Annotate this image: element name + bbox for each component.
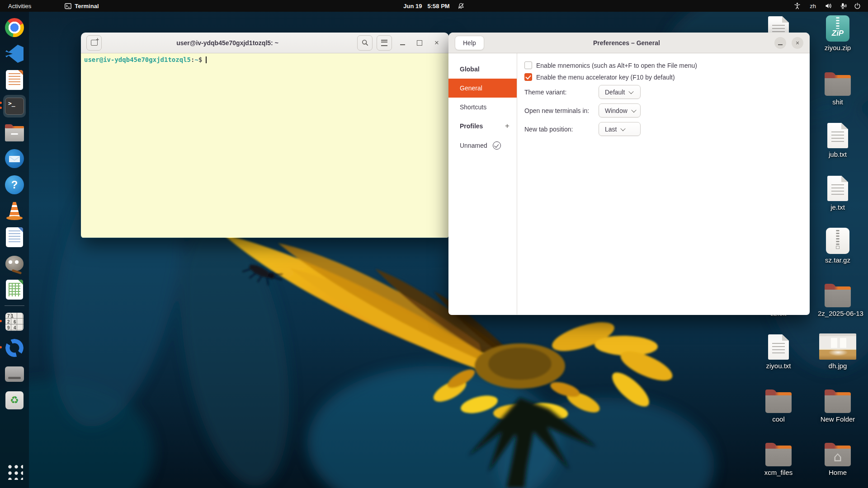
- desktop-icon-art: ⌂: [818, 438, 858, 466]
- dropdown-default[interactable]: Default: [599, 85, 641, 99]
- sidebar-item-profiles[interactable]: Profiles+: [448, 117, 517, 136]
- dropdown-last[interactable]: Last: [599, 122, 641, 136]
- sidebar-item-general[interactable]: General: [448, 79, 517, 98]
- checkbox-unchecked[interactable]: [524, 61, 532, 69]
- dock-item-libreoffice-writer[interactable]: [3, 226, 26, 249]
- desktop-icon-label: New Folder: [818, 415, 858, 423]
- dock-item-trash[interactable]: ♻: [3, 389, 26, 412]
- running-dot: [0, 102, 2, 104]
- desktop-icon-label: ziyou.txt: [759, 362, 798, 370]
- terminal-content[interactable]: user@iv-ydqb45e70gxjd1tozql5:~$: [81, 53, 449, 238]
- checkbox-checked[interactable]: [524, 73, 532, 81]
- dock-item-terminal[interactable]: >_: [3, 95, 26, 117]
- desktop-icon-sz.tar.gz[interactable]: sz.tar.gz: [818, 226, 858, 264]
- desktop-icon-label: xcm_files: [759, 469, 798, 476]
- maximize-icon: [417, 40, 422, 46]
- dock-item-libreoffice-impress[interactable]: [3, 69, 26, 91]
- add-profile-button[interactable]: +: [505, 122, 509, 131]
- dock-item-boxes[interactable]: [3, 363, 26, 385]
- preferences-close-button[interactable]: ×: [792, 37, 803, 49]
- focused-app-label: Terminal: [75, 3, 99, 9]
- desktop-icon-xcm_files[interactable]: xcm_files: [759, 438, 798, 476]
- dock-item-chrome[interactable]: [3, 16, 26, 39]
- search-button[interactable]: [357, 35, 373, 51]
- system-status-area[interactable]: zh: [794, 0, 868, 12]
- desktop-icon-shit[interactable]: shit: [818, 68, 858, 106]
- desktop-icon-cool[interactable]: cool: [759, 385, 798, 423]
- prompt-dollar: $: [198, 56, 202, 63]
- menu-button[interactable]: [377, 35, 392, 51]
- desktop-icon-art: [818, 120, 858, 148]
- preferences-minimize-button[interactable]: [774, 37, 786, 49]
- image-thumbnail-icon: [819, 333, 856, 360]
- desktop-icon-art: [818, 279, 858, 307]
- desktop-icon-label: je.txt: [818, 203, 858, 211]
- sidebar-item-label: Unnamed: [460, 142, 487, 149]
- zip-file-icon: ZiP: [826, 15, 849, 42]
- desktop-icon-label: 2z_2025-06-13: [818, 310, 858, 317]
- desktop-icon-New Folder[interactable]: New Folder: [818, 385, 858, 423]
- preferences-header-bar[interactable]: Help Preferences – General ×: [448, 33, 810, 53]
- thunderbird-icon: [5, 149, 24, 168]
- dock-item-libreoffice-calc[interactable]: [3, 278, 26, 301]
- sidebar-item-unnamed[interactable]: Unnamed: [448, 136, 517, 155]
- dock-item-app-grid[interactable]: [3, 460, 26, 483]
- new-tab-button[interactable]: +: [86, 35, 102, 51]
- dock-item-sudoku[interactable]: 7 1 2 6 9 4: [3, 310, 26, 333]
- desktop-icon-ziyou.txt[interactable]: ziyou.txt: [759, 332, 798, 370]
- help-button[interactable]: Help: [455, 36, 484, 50]
- desktop-icon-jub.txt[interactable]: jub.txt: [818, 120, 858, 158]
- vscode-icon: [5, 45, 24, 63]
- desktop-icon-art: [818, 332, 858, 360]
- desktop-icon-art: [818, 226, 858, 254]
- home-emblem-icon: ⌂: [825, 447, 851, 466]
- clock-date: Jun 19: [403, 3, 422, 9]
- dock-item-files[interactable]: [3, 121, 26, 144]
- dock-item-thunderbird[interactable]: [3, 147, 26, 170]
- desktop-icon-label: shit: [818, 98, 858, 106]
- clock[interactable]: Jun 19 5:58 PM: [403, 3, 464, 9]
- activities-button[interactable]: Activities: [0, 0, 39, 12]
- terminal-maximize-button[interactable]: [413, 36, 426, 50]
- top-bar: Activities Terminal Jun 19 5:58 PM zh: [0, 0, 868, 12]
- sidebar-item-shortcuts[interactable]: Shortcuts: [448, 98, 517, 117]
- sudoku-icon: 7 1 2 6 9 4: [5, 313, 24, 331]
- terminal-minimize-button[interactable]: [396, 36, 409, 50]
- sidebar-item-label: Global: [460, 66, 480, 73]
- vlc-icon: [6, 202, 23, 220]
- desktop-icon-dh.jpg[interactable]: dh.jpg: [818, 332, 858, 370]
- search-icon: [362, 39, 368, 46]
- sidebar-item-label: Profiles: [460, 122, 483, 130]
- desktop-icon-je.txt[interactable]: je.txt: [818, 173, 858, 211]
- boxes-icon: [5, 366, 24, 382]
- terminal-header-bar[interactable]: + user@iv-ydqb45e70gxjd1tozql5: ~ ×: [81, 33, 449, 53]
- prompt-user-host: user@iv-ydqb45e70gxjd1tozql5: [84, 56, 191, 63]
- close-icon: ×: [796, 39, 799, 47]
- dock-item-software-sync[interactable]: [3, 337, 26, 359]
- text-file-icon: [768, 334, 789, 360]
- desktop-icon-label: jub.txt: [818, 150, 858, 158]
- desktop-icon-ziyou.zip[interactable]: ZiPziyou.zip: [818, 14, 858, 52]
- dock-item-gimp[interactable]: [3, 252, 26, 275]
- dock-item-vlc[interactable]: [3, 200, 26, 222]
- folder-icon: [765, 447, 792, 466]
- desktop-icon-Home[interactable]: ⌂Home: [818, 438, 858, 476]
- chevron-down-icon: [631, 107, 636, 112]
- preferences-sidebar: GlobalGeneralShortcutsProfiles+Unnamed: [448, 53, 517, 314]
- terminal-close-button[interactable]: ×: [430, 36, 443, 50]
- preferences-content: Enable mnemonics (such as Alt+F to open …: [517, 53, 810, 314]
- dock-item-help[interactable]: ?: [3, 174, 26, 196]
- dropdown-window[interactable]: Window: [599, 103, 641, 117]
- files-icon: [5, 127, 24, 141]
- prompt-path: ~: [194, 56, 198, 63]
- sidebar-item-global[interactable]: Global: [448, 60, 517, 79]
- app-menu-terminal[interactable]: Terminal: [65, 3, 99, 9]
- plus-icon: +: [96, 37, 99, 42]
- desktop-icon-art: [818, 68, 858, 96]
- gimp-icon: [5, 256, 24, 271]
- select-label: Theme variant:: [524, 89, 593, 96]
- terminal-window: + user@iv-ydqb45e70gxjd1tozql5: ~ × user…: [81, 33, 449, 238]
- desktop-icon-art: [818, 173, 858, 201]
- desktop-icon-2z_2025-06-13[interactable]: 2z_2025-06-13: [818, 279, 858, 317]
- dock-item-vscode[interactable]: [3, 42, 26, 65]
